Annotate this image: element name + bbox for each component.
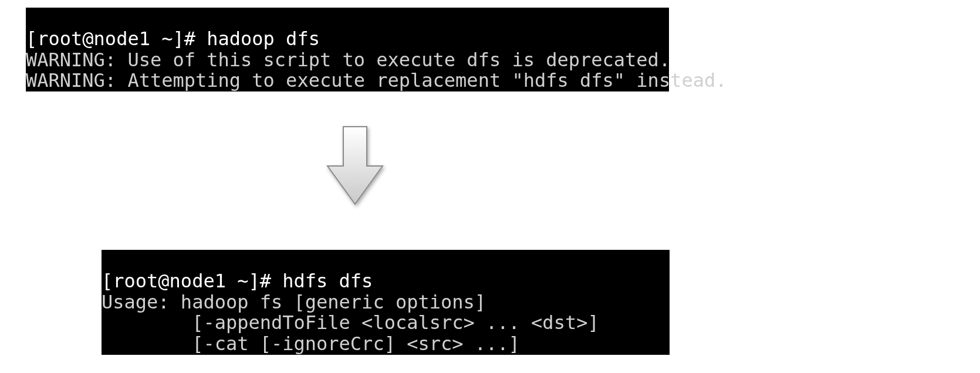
terminal-output-line: Usage: hadoop fs [generic options] — [102, 291, 486, 313]
terminal-output-line: WARNING: Use of this script to execute d… — [26, 49, 670, 71]
command-text: hadoop dfs — [207, 28, 320, 50]
terminal-top[interactable]: [root@node1 ~]# hadoop dfs WARNING: Use … — [26, 8, 669, 91]
command-text: hdfs dfs — [282, 270, 373, 292]
prompt: [root@node1 ~]# — [26, 28, 207, 50]
terminal-output-line: WARNING: Attempting to execute replaceme… — [26, 69, 726, 91]
terminal-output-line: [-cat [-ignoreCrc] <src> ...] — [102, 333, 520, 355]
terminal-bottom[interactable]: [root@node1 ~]# hdfs dfs Usage: hadoop f… — [102, 250, 670, 355]
prompt: [root@node1 ~]# — [102, 270, 282, 292]
down-arrow-icon — [320, 120, 390, 211]
terminal-output-line: [-appendToFile <localsrc> ... <dst>] — [102, 311, 599, 334]
